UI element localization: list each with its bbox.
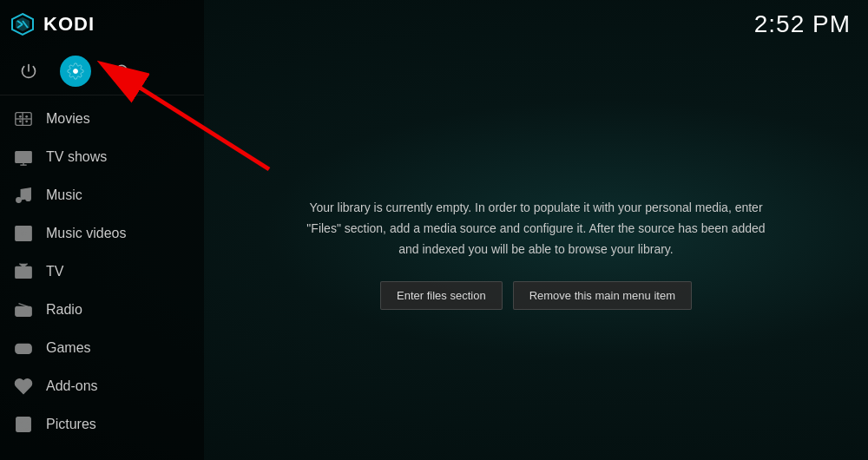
svg-point-28: [19, 420, 22, 423]
sidebar-item-tv-shows[interactable]: TV shows: [0, 138, 204, 176]
sidebar-item-music[interactable]: Music: [0, 176, 204, 214]
remove-menu-item-button[interactable]: Remove this main menu item: [513, 281, 692, 310]
sidebar-item-music-videos[interactable]: Music videos: [0, 214, 204, 253]
svg-rect-22: [16, 267, 31, 279]
tv-label: TV: [46, 264, 63, 279]
svg-point-10: [25, 115, 28, 118]
tv-shows-icon: [13, 147, 34, 168]
tv-icon: [13, 261, 34, 282]
svg-point-5: [74, 69, 78, 74]
svg-point-11: [19, 120, 22, 122]
svg-point-9: [19, 115, 22, 118]
music-label: Music: [46, 187, 82, 203]
header-right: 2:52 PM: [204, 10, 868, 38]
sidebar-item-tv[interactable]: TV: [0, 253, 204, 291]
games-label: Games: [46, 340, 91, 356]
sidebar-item-addons[interactable]: Add-ons: [0, 367, 204, 405]
settings-button[interactable]: [60, 56, 91, 87]
music-videos-label: Music videos: [46, 226, 126, 241]
svg-point-18: [16, 198, 22, 203]
enter-files-button[interactable]: Enter files section: [380, 281, 503, 310]
header: KODI 2:52 PM: [0, 0, 868, 48]
action-buttons: Enter files section Remove this main men…: [302, 281, 771, 310]
svg-rect-15: [16, 152, 31, 163]
svg-point-19: [26, 196, 31, 201]
music-videos-icon: [13, 223, 34, 244]
radio-label: Radio: [46, 302, 82, 318]
kodi-logo: [9, 10, 36, 38]
header-left: KODI: [0, 10, 204, 38]
sidebar-item-movies[interactable]: Movies: [0, 100, 204, 138]
addons-label: Add-ons: [46, 378, 98, 394]
empty-library-message: Your library is currently empty. In orde…: [302, 198, 771, 260]
sidebar: Movies TV shows Music Music videos: [0, 0, 204, 460]
svg-line-7: [126, 75, 130, 79]
sidebar-item-radio[interactable]: Radio: [0, 291, 204, 329]
main-content: Your library is currently empty. In orde…: [204, 48, 868, 460]
music-icon: [13, 185, 34, 206]
svg-point-24: [25, 310, 29, 313]
search-button[interactable]: [107, 56, 138, 87]
nav-list: Movies TV shows Music Music videos: [0, 95, 204, 460]
movies-icon: [13, 108, 34, 129]
svg-point-12: [25, 120, 28, 122]
time-display: 2:52 PM: [754, 10, 851, 38]
svg-rect-26: [16, 344, 31, 353]
pictures-icon: [13, 414, 34, 435]
movies-label: Movies: [46, 111, 90, 127]
sidebar-item-games[interactable]: Games: [0, 329, 204, 367]
power-button[interactable]: [13, 56, 44, 87]
app-title: KODI: [43, 13, 95, 36]
games-icon: [13, 338, 34, 358]
sidebar-item-pictures[interactable]: Pictures: [0, 405, 204, 444]
toolbar: [0, 48, 204, 95]
radio-icon: [13, 299, 34, 320]
empty-library-box: Your library is currently empty. In orde…: [276, 172, 797, 335]
tv-shows-label: TV shows: [46, 149, 107, 165]
addons-icon: [13, 376, 34, 397]
pictures-label: Pictures: [46, 417, 96, 432]
